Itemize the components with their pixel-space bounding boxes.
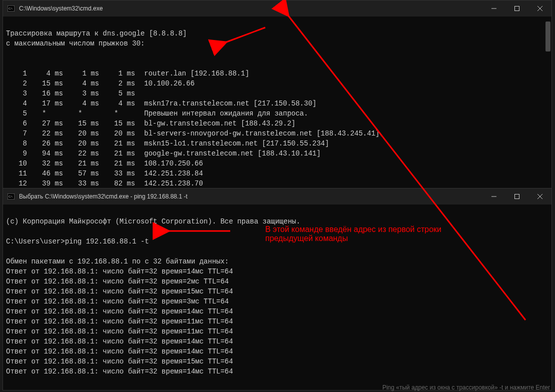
- tracert-hop-row: 1239 ms33 ms82 ms142.251.238.70: [6, 178, 548, 188]
- exchange-header: Обмен пакетами с 192.168.88.1 по с 32 ба…: [6, 256, 548, 266]
- minimize-button[interactable]: [482, 188, 505, 204]
- scrollbar-thumb[interactable]: [545, 22, 550, 52]
- ping-reply-line: Ответ от 192.168.88.1: число байт=32 вре…: [6, 366, 548, 376]
- svg-text:C:\: C:\: [9, 195, 13, 198]
- tracert-hop-row: 627 ms15 ms15 msbl-gw.transtelecom.net […: [6, 118, 548, 128]
- ping-reply-line: Ответ от 192.168.88.1: число байт=32 вре…: [6, 306, 548, 316]
- titlebar[interactable]: C:\ Выбрать C:\Windows\system32\cmd.exe …: [3, 188, 551, 204]
- window-title: Выбрать C:\Windows\system32\cmd.exe - pi…: [19, 193, 482, 200]
- ping-reply-line: Ответ от 192.168.88.1: число байт=32 вре…: [6, 296, 548, 306]
- tracert-header-2: с максимальным числом прыжков 30:: [6, 38, 548, 48]
- terminal-output-tracert[interactable]: Трассировка маршрута к dns.google [8.8.8…: [3, 16, 551, 190]
- close-button[interactable]: [528, 188, 551, 204]
- tracert-hop-row: 722 ms20 ms20 msbl-servers-nnovgorod-gw.…: [6, 128, 548, 138]
- svg-rect-9: [515, 194, 519, 199]
- titlebar[interactable]: C:\ C:\Windows\system32\cmd.exe: [3, 0, 551, 16]
- maximize-button[interactable]: [505, 0, 528, 16]
- copyright-line: (c) Корпорация Майкрософт (Microsoft Cor…: [6, 216, 548, 226]
- svg-text:C:\: C:\: [9, 7, 13, 10]
- tracert-hop-row: 1032 ms21 ms21 ms108.170.250.66: [6, 158, 548, 168]
- svg-rect-3: [515, 6, 519, 11]
- ping-reply-line: Ответ от 192.168.88.1: число байт=32 вре…: [6, 336, 548, 346]
- ping-reply-line: Ответ от 192.168.88.1: число байт=32 вре…: [6, 326, 548, 336]
- ping-reply-line: Ответ от 192.168.88.1: число байт=32 вре…: [6, 316, 548, 326]
- minimize-button[interactable]: [482, 0, 505, 16]
- footer-hint: Ping «тый адрес из окна с трассировкой» …: [382, 384, 550, 391]
- tracert-hop-row: 14 ms1 ms1 msrouter.lan [192.168.88.1]: [6, 68, 548, 78]
- maximize-button[interactable]: [505, 188, 528, 204]
- cmd-window-tracert: C:\ C:\Windows\system32\cmd.exe Трассиро…: [3, 0, 552, 190]
- tracert-hop-row: 5* * * Превышен интервал ожидания для за…: [6, 108, 548, 118]
- ping-reply-line: Ответ от 192.168.88.1: число байт=32 вре…: [6, 356, 548, 366]
- terminal-output-ping[interactable]: (c) Корпорация Майкрософт (Microsoft Cor…: [3, 204, 551, 390]
- ping-reply-line: Ответ от 192.168.88.1: число байт=32 вре…: [6, 286, 548, 296]
- cmd-icon: C:\: [7, 4, 15, 12]
- cmd-window-ping: C:\ Выбрать C:\Windows\system32\cmd.exe …: [3, 188, 552, 390]
- tracert-hop-row: 417 ms4 ms4 msmskn17ra.transtelecom.net …: [6, 98, 548, 108]
- window-title: C:\Windows\system32\cmd.exe: [19, 5, 482, 12]
- tracert-hop-row: 215 ms4 ms2 ms10.100.26.66: [6, 78, 548, 88]
- tracert-hop-row: 316 ms3 ms5 ms: [6, 88, 548, 98]
- ping-reply-line: Ответ от 192.168.88.1: число байт=32 вре…: [6, 276, 548, 286]
- window-controls: [482, 188, 551, 204]
- prompt: C:\Users\user>: [6, 238, 65, 246]
- close-button[interactable]: [528, 0, 551, 16]
- ping-reply-line: Ответ от 192.168.88.1: число байт=32 вре…: [6, 266, 548, 276]
- ping-command: ping 192.168.88.1 -t: [65, 238, 149, 246]
- tracert-hop-row: 994 ms22 ms21 msgoogle-gw.transtelecom.n…: [6, 148, 548, 158]
- ping-reply-line: Ответ от 192.168.88.1: число байт=32 вре…: [6, 346, 548, 356]
- window-controls: [482, 0, 551, 16]
- tracert-header-1: Трассировка маршрута к dns.google [8.8.8…: [6, 28, 548, 38]
- tracert-hop-row: 826 ms20 ms21 msmskn15-lo1.transtelecom.…: [6, 138, 548, 148]
- cmd-icon: C:\: [7, 192, 15, 200]
- tracert-hop-row: 1146 ms57 ms33 ms142.251.238.84: [6, 168, 548, 178]
